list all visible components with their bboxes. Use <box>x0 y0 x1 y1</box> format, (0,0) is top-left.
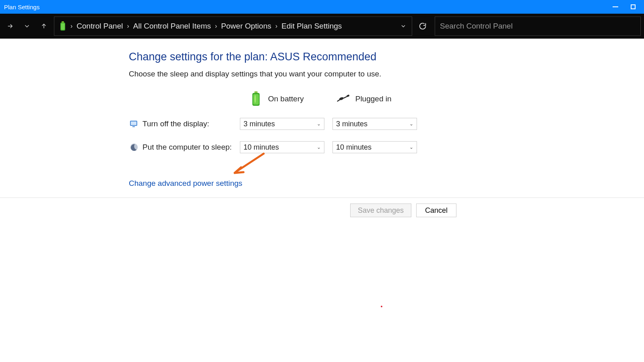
select-value: 3 minutes <box>336 120 367 128</box>
svg-rect-10 <box>131 121 136 125</box>
breadcrumb-item[interactable]: All Control Panel Items <box>132 22 212 31</box>
sleep-plugged-select[interactable]: 10 minutes ⌄ <box>332 141 417 153</box>
column-headers: On battery Plugged in <box>250 90 644 107</box>
recent-locations-dropdown[interactable] <box>19 14 35 39</box>
content-area: Change settings for the plan: ASUS Recom… <box>0 39 644 188</box>
search-input[interactable] <box>440 22 636 31</box>
svg-rect-3 <box>254 91 258 93</box>
chevron-down-icon: ⌄ <box>317 121 321 127</box>
address-bar[interactable]: › Control Panel › All Control Panel Item… <box>54 16 412 36</box>
plug-icon <box>337 90 350 107</box>
on-battery-column: On battery <box>250 90 304 107</box>
sleep-battery-select[interactable]: 10 minutes ⌄ <box>240 141 324 153</box>
setting-row-display: Turn off the display: 3 minutes ⌄ 3 minu… <box>129 118 644 130</box>
display-battery-select[interactable]: 3 minutes ⌄ <box>240 118 324 130</box>
svg-rect-8 <box>347 95 349 97</box>
forward-button[interactable] <box>2 14 19 39</box>
display-plugged-select[interactable]: 3 minutes ⌄ <box>332 118 417 130</box>
advanced-settings-link[interactable]: Change advanced power settings <box>129 179 242 188</box>
refresh-button[interactable] <box>412 14 433 39</box>
chevron-down-icon: ⌄ <box>409 121 413 127</box>
svg-rect-2 <box>61 23 65 30</box>
plugged-in-column: Plugged in <box>337 90 392 107</box>
window-controls <box>612 3 641 10</box>
cancel-button[interactable]: Cancel <box>416 204 456 217</box>
breadcrumb-item[interactable]: Edit Plan Settings <box>281 22 343 31</box>
chevron-down-icon: ⌄ <box>317 144 321 150</box>
breadcrumb-item[interactable]: Power Options <box>220 22 272 31</box>
page-description: Choose the sleep and display settings th… <box>129 70 644 78</box>
address-history-dropdown[interactable] <box>399 23 408 29</box>
battery-icon <box>58 21 67 32</box>
svg-rect-11 <box>132 126 135 127</box>
page-heading: Change settings for the plan: ASUS Recom… <box>129 51 644 63</box>
window-title: Plan Settings <box>4 4 39 10</box>
navbar: › Control Panel › All Control Panel Item… <box>0 14 644 39</box>
select-value: 10 minutes <box>336 143 372 152</box>
minimize-button[interactable] <box>612 3 619 10</box>
battery-icon <box>250 90 262 107</box>
display-icon <box>129 119 139 129</box>
cursor-dot <box>381 306 382 307</box>
chevron-right-icon: › <box>70 23 73 30</box>
moon-icon <box>129 142 139 152</box>
svg-rect-0 <box>62 21 64 23</box>
chevron-down-icon: ⌄ <box>409 144 413 150</box>
save-button[interactable]: Save changes <box>350 204 411 217</box>
row-label: Put the computer to sleep: <box>142 143 232 152</box>
plugged-in-label: Plugged in <box>355 95 392 103</box>
titlebar: Plan Settings <box>0 0 644 14</box>
search-box[interactable] <box>435 16 641 36</box>
svg-point-6 <box>254 95 256 103</box>
annotation-arrow <box>231 151 268 175</box>
maximize-button[interactable] <box>630 3 637 10</box>
select-value: 3 minutes <box>244 120 275 128</box>
svg-rect-5 <box>253 94 259 105</box>
footer-buttons: Save changes Cancel <box>0 198 644 217</box>
chevron-right-icon: › <box>126 23 130 30</box>
breadcrumb-item[interactable]: Control Panel <box>76 22 124 31</box>
row-label: Turn off the display: <box>142 119 232 128</box>
select-value: 10 minutes <box>244 143 279 152</box>
setting-row-sleep: Put the computer to sleep: 10 minutes ⌄ … <box>129 141 644 153</box>
up-button[interactable] <box>35 14 52 39</box>
chevron-right-icon: › <box>214 23 218 30</box>
on-battery-label: On battery <box>268 95 304 103</box>
chevron-right-icon: › <box>275 23 278 30</box>
